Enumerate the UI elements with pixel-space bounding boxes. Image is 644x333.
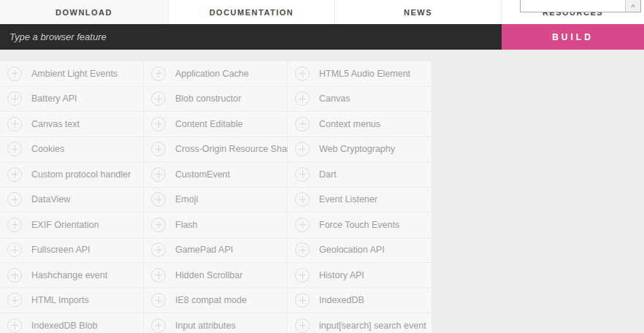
feature-grid-wrap: Ambient Light Events Application Cache H… <box>0 61 432 333</box>
feature-search-input[interactable] <box>0 24 502 50</box>
plus-icon <box>151 218 166 232</box>
feature-cell[interactable]: IE8 compat mode <box>144 288 288 313</box>
plus-icon <box>7 293 22 307</box>
feature-cell[interactable]: Battery API <box>0 87 144 112</box>
feature-cell[interactable]: Application Cache <box>144 61 288 86</box>
plus-icon <box>7 192 22 207</box>
feature-label: Fullscreen API <box>31 245 91 255</box>
feature-cell[interactable]: HTML5 Audio Element <box>288 61 432 86</box>
feature-cell[interactable]: History API <box>288 263 432 288</box>
plus-icon <box>151 242 166 257</box>
feature-label: CustomEvent <box>175 169 230 180</box>
plus-icon <box>7 91 22 106</box>
feature-cell[interactable]: Canvas <box>288 87 432 112</box>
plus-icon <box>295 192 310 207</box>
feature-label: Geolocation API <box>319 245 385 255</box>
feature-cell[interactable]: Web Cryptography <box>288 137 432 162</box>
feature-label: IE8 compat mode <box>175 295 247 305</box>
overlay-search-input[interactable] <box>521 0 625 12</box>
plus-icon <box>151 293 166 307</box>
feature-cell[interactable]: Canvas text <box>0 112 144 137</box>
feature-label: Hidden Scrollbar <box>175 270 242 280</box>
feature-label: IndexedDB Blob <box>31 321 97 331</box>
plus-icon <box>295 117 310 131</box>
feature-cell[interactable]: HTML Imports <box>0 288 144 313</box>
feature-cell[interactable]: Cross-Origin Resource Sharing <box>144 137 288 162</box>
feature-cell[interactable]: Ambient Light Events <box>0 61 144 86</box>
feature-label: Canvas <box>319 93 350 104</box>
plus-icon <box>295 268 310 283</box>
plus-icon <box>7 66 22 81</box>
feature-cell[interactable]: Force Touch Events <box>288 213 432 237</box>
plus-icon <box>7 268 22 283</box>
feature-label: GamePad API <box>175 245 233 255</box>
feature-cell[interactable]: Hidden Scrollbar <box>144 263 288 288</box>
feature-cell[interactable]: Dart <box>288 162 432 187</box>
plus-icon <box>295 167 310 182</box>
feature-cell[interactable]: Flash <box>144 213 288 237</box>
feature-label: Flash <box>175 220 198 230</box>
plus-icon <box>151 268 166 283</box>
feature-label: DataView <box>31 194 70 204</box>
plus-icon <box>7 318 22 333</box>
feature-cell[interactable]: Context menus <box>288 112 432 137</box>
plus-icon <box>7 117 22 131</box>
feature-cell[interactable]: EXIF Orientation <box>0 213 144 237</box>
feature-label: Cookies <box>31 144 64 154</box>
feature-label: Context menus <box>319 119 380 129</box>
feature-cell[interactable]: Custom protocol handler <box>0 162 144 187</box>
feature-label: Canvas text <box>31 119 80 129</box>
feature-cell[interactable]: Emoji <box>144 188 288 213</box>
feature-grid: Ambient Light Events Application Cache H… <box>0 61 432 333</box>
feature-cell[interactable]: GamePad API <box>144 238 288 263</box>
feature-cell[interactable]: Input attributes <box>144 313 288 333</box>
feature-label: input[search] search event <box>319 321 426 331</box>
tab-news[interactable]: NEWS <box>334 0 501 24</box>
feature-label: Force Touch Events <box>319 220 399 230</box>
feature-label: HTML Imports <box>31 295 89 305</box>
build-button[interactable]: BUILD <box>502 24 644 50</box>
feature-label: Hashchange event <box>31 270 107 280</box>
tab-documentation[interactable]: DOCUMENTATION <box>168 0 334 24</box>
feature-label: Event Listener <box>319 194 377 204</box>
plus-icon <box>151 66 166 81</box>
feature-cell[interactable]: IndexedDB Blob <box>0 313 144 333</box>
feature-cell[interactable]: Hashchange event <box>0 263 144 288</box>
feature-cell[interactable]: Fullscreen API <box>0 238 144 263</box>
feature-label: Content Editable <box>175 119 242 129</box>
plus-icon <box>295 242 310 257</box>
feature-label: Cross-Origin Resource Sharing <box>175 144 302 154</box>
feature-search-bar <box>0 24 502 50</box>
feature-label: History API <box>319 270 364 280</box>
plus-icon <box>151 192 166 207</box>
plus-icon <box>151 167 166 182</box>
feature-label: Dart <box>319 169 337 180</box>
plus-icon <box>295 91 310 106</box>
plus-icon <box>295 66 310 81</box>
feature-cell[interactable]: DataView <box>0 188 144 213</box>
feature-cell[interactable]: CustomEvent <box>144 162 288 187</box>
plus-icon <box>151 117 166 131</box>
chevron-up-icon[interactable]: ^ <box>625 0 640 12</box>
feature-label: EXIF Orientation <box>31 220 99 230</box>
plus-icon <box>151 318 166 333</box>
feature-label: IndexedDB <box>319 295 364 305</box>
plus-icon <box>7 218 22 232</box>
plus-icon <box>295 218 310 232</box>
overlay-search-box: ^ <box>520 0 641 12</box>
plus-icon <box>295 293 310 307</box>
feature-cell[interactable]: Content Editable <box>144 112 288 137</box>
plus-icon <box>7 167 22 182</box>
tab-download[interactable]: DOWNLOAD <box>0 0 168 24</box>
feature-cell[interactable]: IndexedDB <box>288 288 432 313</box>
feature-cell[interactable]: Cookies <box>0 137 144 162</box>
plus-icon <box>295 142 310 156</box>
feature-label: Custom protocol handler <box>31 169 131 180</box>
feature-cell[interactable]: Geolocation API <box>288 238 432 263</box>
feature-cell[interactable]: input[search] search event <box>288 313 432 333</box>
feature-label: Emoji <box>175 194 198 204</box>
feature-label: Battery API <box>31 93 77 104</box>
feature-cell[interactable]: Event Listener <box>288 188 432 213</box>
feature-label: Input attributes <box>175 321 236 331</box>
feature-cell[interactable]: Blob constructor <box>144 87 288 112</box>
